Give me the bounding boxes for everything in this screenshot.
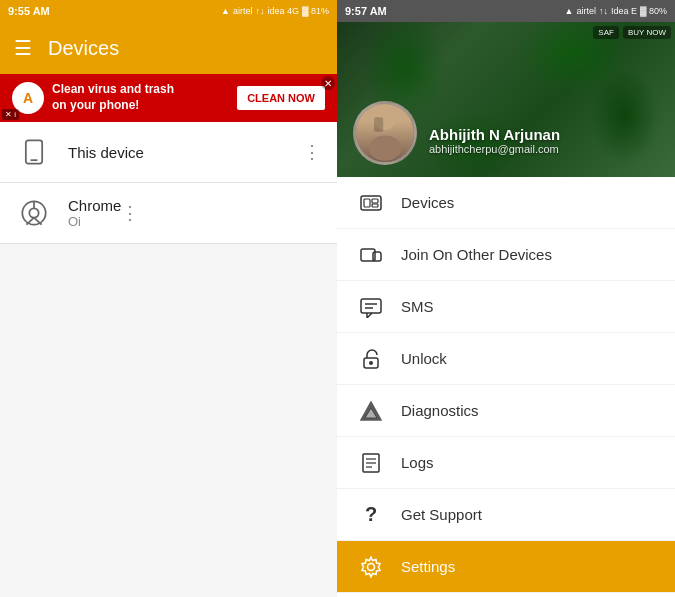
svg-point-8	[369, 135, 402, 160]
app-title: Devices	[48, 37, 119, 60]
menu-label-join: Join On Other Devices	[401, 246, 552, 263]
avatar-image	[356, 104, 414, 162]
status-bar-right: 9:57 AM ▲ airtel ↑↓ Idea E ▓ 80%	[337, 0, 675, 22]
avatar	[353, 101, 417, 165]
device-item-chrome[interactable]: Chrome Oi ⋮	[0, 183, 337, 244]
battery-right: ▓ 80%	[640, 6, 667, 16]
carrier-right: airtel	[576, 6, 596, 16]
svg-rect-11	[364, 199, 370, 207]
battery-left: ▓ 81%	[302, 6, 329, 16]
more-options-chrome[interactable]: ⋮	[121, 202, 139, 224]
device-icon-phone	[16, 134, 52, 170]
clean-now-button[interactable]: CLEAN NOW	[237, 86, 325, 110]
right-panel: 9:57 AM ▲ airtel ↑↓ Idea E ▓ 80% Abhiji	[337, 0, 675, 597]
profile-info: Abhijith N Arjunan abhijithcherpu@gmail.…	[429, 126, 560, 155]
avatar-silhouette	[356, 101, 414, 162]
menu-item-logs[interactable]: Logs	[337, 437, 675, 489]
status-bar-left: 9:55 AM ▲ airtel ↑↓ idea 4G ▓ 81%	[0, 0, 337, 22]
ad-line1: Clean virus and trash	[52, 82, 174, 98]
ad-banner: A Clean virus and trash on your phone! C…	[0, 74, 337, 122]
menu-item-join-other-devices[interactable]: Join On Other Devices	[337, 229, 675, 281]
device-name-chrome-block: Chrome Oi	[68, 197, 121, 229]
status-icons-right: ▲ airtel ↑↓ Idea E ▓ 80%	[564, 6, 667, 16]
profile-top-right-badges: SAF BUY NOW	[593, 26, 671, 39]
phone-icon	[20, 138, 48, 166]
time-left: 9:55 AM	[8, 5, 50, 17]
menu-item-diagnostics[interactable]: Diagnostics	[337, 385, 675, 437]
ad-logo-text: A	[23, 90, 33, 106]
top-bar-left: ☰ Devices	[0, 22, 337, 74]
status-icons-left: ▲ airtel ↑↓ idea 4G ▓ 81%	[221, 6, 329, 16]
menu-item-settings[interactable]: Settings	[337, 541, 675, 593]
menu-item-devices[interactable]: Devices	[337, 177, 675, 229]
ad-x-label: ✕ i	[2, 109, 19, 120]
menu-label-get-support: Get Support	[401, 506, 482, 523]
svg-point-20	[369, 361, 373, 365]
data-icon-left: ↑↓	[255, 6, 264, 16]
data-right: ↑↓	[599, 6, 608, 16]
menu-item-unlock[interactable]: Unlock	[337, 333, 675, 385]
profile-name: Abhijith N Arjunan	[429, 126, 560, 143]
carrier2-left: idea 4G	[267, 6, 299, 16]
ad-content: A Clean virus and trash on your phone!	[12, 82, 174, 114]
carrier-left: airtel	[233, 6, 253, 16]
menu-label-logs: Logs	[401, 454, 434, 471]
device-name-chrome: Chrome	[68, 197, 121, 214]
signal-right: ▲	[564, 6, 573, 16]
svg-rect-16	[361, 299, 381, 313]
signal-icon: ▲	[221, 6, 230, 16]
time-right: 9:57 AM	[345, 5, 387, 17]
menu-label-diagnostics: Diagnostics	[401, 402, 479, 419]
ad-close-button[interactable]: ✕	[321, 76, 335, 90]
chrome-icon	[20, 199, 48, 227]
ad-text-block: Clean virus and trash on your phone!	[52, 82, 174, 113]
buy-now-badge[interactable]: BUY NOW	[623, 26, 671, 39]
left-panel: 9:55 AM ▲ airtel ↑↓ idea 4G ▓ 81% ☰ Devi…	[0, 0, 337, 597]
hamburger-menu[interactable]: ☰	[14, 36, 32, 60]
device-list: This device ⋮ Chrome Oi ⋮	[0, 122, 337, 597]
menu-label-devices: Devices	[401, 194, 454, 211]
more-options-this-device[interactable]: ⋮	[303, 141, 321, 163]
menu-label-settings: Settings	[401, 558, 455, 575]
menu-list: Devices Join On Other Devices SMS	[337, 177, 675, 597]
menu-item-sms[interactable]: SMS	[337, 281, 675, 333]
svg-point-27	[368, 563, 375, 570]
svg-point-3	[29, 208, 38, 217]
settings-icon	[357, 553, 385, 581]
sms-icon	[357, 293, 385, 321]
ad-line2: on your phone!	[52, 98, 174, 114]
carrier2-right: Idea E	[611, 6, 637, 16]
profile-area: Abhijith N Arjunan abhijithcherpu@gmail.…	[337, 22, 675, 177]
support-icon: ?	[357, 501, 385, 529]
profile-email: abhijithcherpu@gmail.com	[429, 143, 560, 155]
join-icon	[357, 241, 385, 269]
diagnostics-icon	[357, 397, 385, 425]
unlock-icon	[357, 345, 385, 373]
svg-rect-12	[372, 199, 378, 203]
devices-icon	[357, 189, 385, 217]
saf-badge[interactable]: SAF	[593, 26, 619, 39]
menu-label-sms: SMS	[401, 298, 434, 315]
menu-label-unlock: Unlock	[401, 350, 447, 367]
device-name-this: This device	[68, 144, 303, 161]
logs-icon	[357, 449, 385, 477]
question-mark-icon: ?	[365, 503, 377, 526]
svg-rect-13	[372, 204, 378, 207]
device-sub-chrome: Oi	[68, 214, 121, 229]
svg-rect-9	[374, 117, 383, 132]
device-item-this-device[interactable]: This device ⋮	[0, 122, 337, 183]
menu-item-get-support[interactable]: ? Get Support	[337, 489, 675, 541]
device-icon-chrome	[16, 195, 52, 231]
